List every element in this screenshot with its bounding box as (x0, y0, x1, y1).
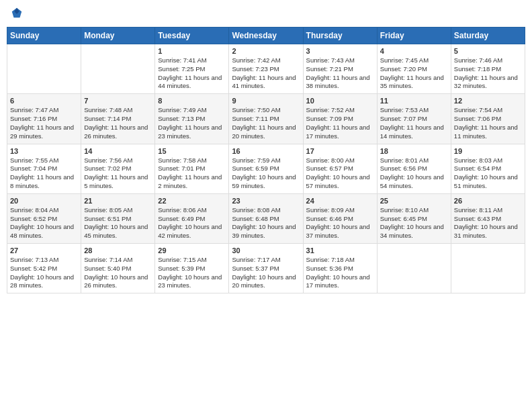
day-number: 30 (232, 246, 300, 255)
calendar-table: SundayMondayTuesdayWednesdayThursdayFrid… (7, 27, 525, 293)
day-number: 3 (306, 47, 374, 55)
day-number: 17 (306, 147, 374, 155)
calendar-day-cell: 22Sunrise: 8:06 AM Sunset: 6:49 PM Dayli… (155, 193, 229, 243)
day-info: Sunrise: 7:58 AM Sunset: 7:01 PM Dayligh… (158, 156, 226, 191)
day-info: Sunrise: 7:13 AM Sunset: 5:42 PM Dayligh… (10, 256, 78, 290)
day-of-week-header: Tuesday (155, 28, 229, 44)
day-of-week-header: Friday (377, 28, 451, 44)
day-info: Sunrise: 8:05 AM Sunset: 6:51 PM Dayligh… (84, 206, 152, 240)
logo (9, 7, 24, 21)
day-info: Sunrise: 7:48 AM Sunset: 7:14 PM Dayligh… (84, 106, 152, 140)
calendar-day-cell: 21Sunrise: 8:05 AM Sunset: 6:51 PM Dayli… (81, 193, 155, 243)
calendar-week-row: 1Sunrise: 7:41 AM Sunset: 7:25 PM Daylig… (7, 44, 525, 94)
calendar-day-cell: 14Sunrise: 7:56 AM Sunset: 7:02 PM Dayli… (81, 144, 155, 193)
day-info: Sunrise: 7:17 AM Sunset: 5:37 PM Dayligh… (232, 256, 300, 290)
calendar-day-cell: 4Sunrise: 7:45 AM Sunset: 7:20 PM Daylig… (377, 44, 451, 94)
calendar-day-cell: 26Sunrise: 8:11 AM Sunset: 6:43 PM Dayli… (451, 193, 525, 243)
day-info: Sunrise: 8:09 AM Sunset: 6:46 PM Dayligh… (306, 206, 374, 240)
day-info: Sunrise: 7:15 AM Sunset: 5:39 PM Dayligh… (158, 256, 226, 290)
day-info: Sunrise: 7:52 AM Sunset: 7:09 PM Dayligh… (306, 106, 374, 140)
calendar-day-cell (451, 244, 525, 293)
day-info: Sunrise: 7:41 AM Sunset: 7:25 PM Dayligh… (158, 56, 226, 91)
day-number: 24 (306, 197, 374, 205)
day-info: Sunrise: 8:11 AM Sunset: 6:43 PM Dayligh… (454, 206, 522, 240)
day-number: 18 (380, 147, 448, 155)
day-number: 23 (232, 197, 300, 205)
day-number: 6 (10, 97, 78, 105)
day-number: 7 (84, 97, 152, 105)
calendar-day-cell: 28Sunrise: 7:14 AM Sunset: 5:40 PM Dayli… (81, 244, 155, 293)
day-of-week-header: Saturday (451, 28, 525, 44)
calendar-week-row: 20Sunrise: 8:04 AM Sunset: 6:52 PM Dayli… (7, 193, 525, 243)
day-number: 13 (10, 147, 78, 155)
calendar-day-cell: 30Sunrise: 7:17 AM Sunset: 5:37 PM Dayli… (229, 244, 303, 293)
calendar-day-cell: 23Sunrise: 8:08 AM Sunset: 6:48 PM Dayli… (229, 193, 303, 243)
day-info: Sunrise: 7:18 AM Sunset: 5:36 PM Dayligh… (306, 256, 374, 290)
day-number: 9 (232, 97, 300, 105)
calendar-day-cell: 11Sunrise: 7:53 AM Sunset: 7:07 PM Dayli… (377, 94, 451, 144)
day-number: 21 (84, 197, 152, 205)
calendar-day-cell: 19Sunrise: 8:03 AM Sunset: 6:54 PM Dayli… (451, 144, 525, 193)
day-number: 15 (158, 147, 226, 155)
calendar-day-cell: 25Sunrise: 8:10 AM Sunset: 6:45 PM Dayli… (377, 193, 451, 243)
calendar-day-cell: 6Sunrise: 7:47 AM Sunset: 7:16 PM Daylig… (7, 94, 81, 144)
calendar-day-cell: 2Sunrise: 7:42 AM Sunset: 7:23 PM Daylig… (229, 44, 303, 94)
day-number: 10 (306, 97, 374, 105)
day-number: 5 (454, 47, 522, 55)
calendar-week-row: 6Sunrise: 7:47 AM Sunset: 7:16 PM Daylig… (7, 94, 525, 144)
day-number: 22 (158, 197, 226, 205)
calendar-day-cell: 10Sunrise: 7:52 AM Sunset: 7:09 PM Dayli… (303, 94, 377, 144)
day-info: Sunrise: 7:53 AM Sunset: 7:07 PM Dayligh… (380, 106, 448, 140)
day-info: Sunrise: 8:00 AM Sunset: 6:57 PM Dayligh… (306, 156, 374, 191)
day-info: Sunrise: 8:04 AM Sunset: 6:52 PM Dayligh… (10, 206, 78, 240)
day-info: Sunrise: 7:49 AM Sunset: 7:13 PM Dayligh… (158, 106, 226, 140)
day-info: Sunrise: 7:14 AM Sunset: 5:40 PM Dayligh… (84, 256, 152, 290)
calendar-week-row: 13Sunrise: 7:55 AM Sunset: 7:04 PM Dayli… (7, 144, 525, 193)
day-number: 12 (454, 97, 522, 105)
day-info: Sunrise: 7:55 AM Sunset: 7:04 PM Dayligh… (10, 156, 78, 191)
calendar-day-cell: 20Sunrise: 8:04 AM Sunset: 6:52 PM Dayli… (7, 193, 81, 243)
day-number: 31 (306, 246, 374, 255)
day-info: Sunrise: 8:03 AM Sunset: 6:54 PM Dayligh… (454, 156, 522, 191)
calendar-day-cell: 1Sunrise: 7:41 AM Sunset: 7:25 PM Daylig… (155, 44, 229, 94)
day-info: Sunrise: 8:10 AM Sunset: 6:45 PM Dayligh… (380, 206, 448, 240)
day-number: 26 (454, 197, 522, 205)
calendar-day-cell: 15Sunrise: 7:58 AM Sunset: 7:01 PM Dayli… (155, 144, 229, 193)
calendar-day-cell: 8Sunrise: 7:49 AM Sunset: 7:13 PM Daylig… (155, 94, 229, 144)
calendar-day-cell: 7Sunrise: 7:48 AM Sunset: 7:14 PM Daylig… (81, 94, 155, 144)
day-number: 11 (380, 97, 448, 105)
day-info: Sunrise: 7:56 AM Sunset: 7:02 PM Dayligh… (84, 156, 152, 191)
calendar-day-cell: 16Sunrise: 7:59 AM Sunset: 6:59 PM Dayli… (229, 144, 303, 193)
day-info: Sunrise: 7:50 AM Sunset: 7:11 PM Dayligh… (232, 106, 300, 140)
day-info: Sunrise: 7:45 AM Sunset: 7:20 PM Dayligh… (380, 56, 448, 91)
day-number: 19 (454, 147, 522, 155)
day-info: Sunrise: 8:06 AM Sunset: 6:49 PM Dayligh… (158, 206, 226, 240)
calendar-day-cell (377, 244, 451, 293)
calendar-day-cell: 31Sunrise: 7:18 AM Sunset: 5:36 PM Dayli… (303, 244, 377, 293)
calendar-day-cell: 29Sunrise: 7:15 AM Sunset: 5:39 PM Dayli… (155, 244, 229, 293)
day-number: 8 (158, 97, 226, 105)
calendar-day-cell (7, 44, 81, 94)
calendar-day-cell: 18Sunrise: 8:01 AM Sunset: 6:56 PM Dayli… (377, 144, 451, 193)
calendar-day-cell: 3Sunrise: 7:43 AM Sunset: 7:21 PM Daylig… (303, 44, 377, 94)
day-info: Sunrise: 7:43 AM Sunset: 7:21 PM Dayligh… (306, 56, 374, 91)
day-number: 2 (232, 47, 300, 55)
day-number: 29 (158, 246, 226, 255)
page-header (7, 7, 525, 21)
day-number: 1 (158, 47, 226, 55)
day-of-week-header: Wednesday (229, 28, 303, 44)
day-number: 20 (10, 197, 78, 205)
day-number: 14 (84, 147, 152, 155)
day-of-week-header: Monday (81, 28, 155, 44)
day-info: Sunrise: 7:42 AM Sunset: 7:23 PM Dayligh… (232, 56, 300, 91)
day-info: Sunrise: 8:01 AM Sunset: 6:56 PM Dayligh… (380, 156, 448, 191)
day-number: 28 (84, 246, 152, 255)
day-of-week-header: Sunday (7, 28, 81, 44)
day-info: Sunrise: 7:47 AM Sunset: 7:16 PM Dayligh… (10, 106, 78, 140)
calendar-header-row: SundayMondayTuesdayWednesdayThursdayFrid… (7, 28, 525, 44)
day-of-week-header: Thursday (303, 28, 377, 44)
calendar-day-cell: 27Sunrise: 7:13 AM Sunset: 5:42 PM Dayli… (7, 244, 81, 293)
day-number: 25 (380, 197, 448, 205)
day-info: Sunrise: 7:46 AM Sunset: 7:18 PM Dayligh… (454, 56, 522, 91)
logo-icon (11, 7, 23, 19)
